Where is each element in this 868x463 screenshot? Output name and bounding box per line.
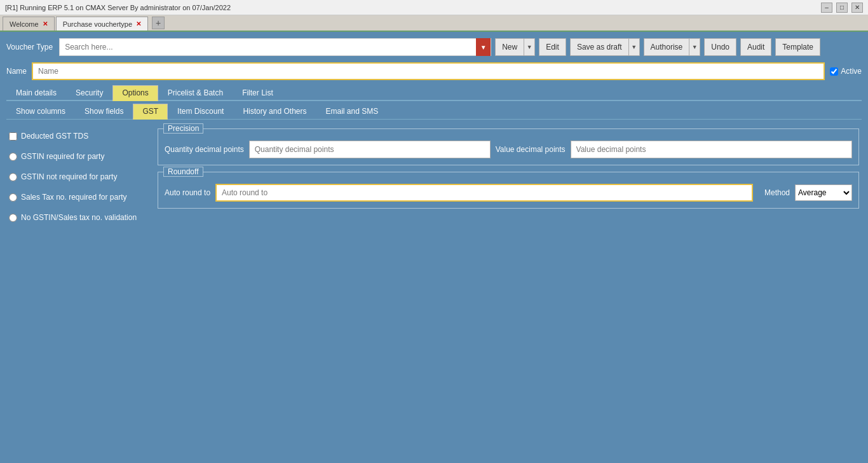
deducted-gst-tds-row: Deducted GST TDS (9, 128, 149, 144)
sales-tax-required-radio[interactable] (9, 193, 17, 202)
voucher-type-label: Voucher Type (6, 43, 53, 52)
close-button[interactable]: ✕ (851, 3, 863, 13)
tab-security[interactable]: Security (66, 85, 112, 100)
authorise-dropdown-arrow[interactable]: ▼ (689, 38, 700, 56)
no-gstin-validation-row: No GSTIN/Sales tax no. validation (9, 210, 149, 225)
tab-email-sms[interactable]: Email and SMS (316, 104, 388, 119)
precision-row: Quantity decimal points Value decimal po… (165, 141, 852, 158)
tab-gst[interactable]: GST (133, 104, 168, 120)
app: Voucher Type ▼ New ▼ Edit Save as draft … (0, 32, 868, 463)
content: Deducted GST TDS GSTIN required for part… (6, 126, 862, 228)
titlebar-title: [R1] Running ERP 5.1 on CMAX Server By a… (5, 4, 231, 11)
minimize-button[interactable]: – (821, 3, 832, 13)
template-button[interactable]: Template (775, 38, 820, 56)
sales-tax-required-row: Sales Tax no. required for party (9, 190, 149, 205)
new-dropdown-arrow[interactable]: ▼ (524, 38, 535, 56)
maximize-button[interactable]: □ (836, 3, 848, 13)
qty-label: Quantity decimal points (165, 145, 244, 154)
save-as-draft-button[interactable]: Save as draft (570, 38, 628, 56)
name-label: Name (6, 67, 27, 76)
name-row: Name Active (6, 62, 862, 80)
new-button[interactable]: New (495, 38, 524, 56)
search-input[interactable] (60, 39, 476, 55)
gstin-not-required-label: GSTIN not required for party (21, 172, 117, 181)
tab-add-button[interactable]: + (152, 17, 165, 29)
auto-round-label: Auto round to (165, 188, 210, 197)
val-label: Value decimal points (496, 145, 566, 154)
toolbar: Voucher Type ▼ New ▼ Edit Save as draft … (6, 38, 862, 56)
active-checkbox-wrap: Active (830, 67, 862, 76)
audit-button[interactable]: Audit (740, 38, 771, 56)
nav-tabs-level1: Main details Security Options Pricelist … (6, 85, 862, 101)
edit-button[interactable]: Edit (539, 38, 566, 56)
precision-legend: Precision (163, 123, 203, 134)
active-checkbox[interactable] (830, 67, 838, 76)
tab-welcome-label: Welcome (10, 20, 39, 28)
tab-welcome-close[interactable]: ✕ (43, 20, 48, 27)
tab-purchase-vouchertype-label: Purchase vouchertype (63, 20, 132, 28)
search-box: ▼ (59, 38, 491, 56)
titlebar-controls: – □ ✕ (821, 3, 863, 13)
left-panel: Deducted GST TDS GSTIN required for part… (9, 128, 149, 225)
gstin-not-required-radio[interactable] (9, 173, 17, 181)
gstin-not-required-row: GSTIN not required for party (9, 169, 149, 184)
tab-show-fields[interactable]: Show fields (75, 104, 133, 119)
tab-options[interactable]: Options (112, 85, 158, 101)
new-button-split: New ▼ (495, 38, 535, 56)
gstin-required-label: GSTIN required for party (21, 152, 104, 161)
tab-purchase-vouchertype[interactable]: Purchase vouchertype ✕ (56, 17, 148, 31)
roundoff-row: Auto round to Method Average Normal Up D… (165, 184, 852, 202)
qty-decimal-input[interactable] (249, 141, 491, 158)
roundoff-group: Roundoff Auto round to Method Average No… (158, 172, 859, 209)
save-as-draft-split: Save as draft ▼ (570, 38, 640, 56)
tab-show-columns[interactable]: Show columns (6, 104, 75, 119)
sales-tax-required-label: Sales Tax no. required for party (21, 193, 127, 202)
search-dropdown-button[interactable]: ▼ (476, 38, 491, 56)
authorise-button[interactable]: Authorise (644, 38, 689, 56)
gstin-required-row: GSTIN required for party (9, 149, 149, 164)
save-as-draft-dropdown-arrow[interactable]: ▼ (628, 38, 640, 56)
tab-purchase-vouchertype-close[interactable]: ✕ (136, 20, 141, 27)
roundoff-legend: Roundoff (163, 167, 203, 177)
method-select[interactable]: Average Normal Up Down (795, 184, 852, 201)
undo-button[interactable]: Undo (704, 38, 736, 56)
deducted-gst-tds-checkbox[interactable] (9, 132, 17, 141)
gstin-required-radio[interactable] (9, 153, 17, 161)
nav-tabs-level2: Show columns Show fields GST Item Discou… (6, 104, 862, 120)
tab-history-others[interactable]: History and Others (233, 104, 316, 119)
deducted-gst-tds-label: Deducted GST TDS (21, 132, 88, 141)
precision-group: Precision Quantity decimal points Value … (158, 128, 859, 165)
tabbar: Welcome ✕ Purchase vouchertype ✕ + (0, 15, 868, 32)
name-input[interactable] (32, 62, 825, 80)
tab-filter-list[interactable]: Filter List (233, 85, 283, 100)
no-gstin-validation-label: No GSTIN/Sales tax no. validation (21, 213, 137, 222)
tab-main-details[interactable]: Main details (6, 85, 66, 100)
authorise-split: Authorise ▼ (644, 38, 701, 56)
auto-round-input[interactable] (215, 184, 753, 202)
titlebar: [R1] Running ERP 5.1 on CMAX Server By a… (0, 0, 868, 15)
no-gstin-validation-radio[interactable] (9, 214, 17, 222)
tab-item-discount[interactable]: Item Discount (168, 104, 233, 119)
method-label: Method (764, 188, 790, 197)
tab-pricelist-batch[interactable]: Pricelist & Batch (158, 85, 233, 100)
active-label: Active (841, 67, 862, 76)
val-decimal-input[interactable] (571, 141, 852, 158)
tab-welcome[interactable]: Welcome ✕ (3, 17, 55, 31)
right-panel: Precision Quantity decimal points Value … (158, 128, 859, 225)
